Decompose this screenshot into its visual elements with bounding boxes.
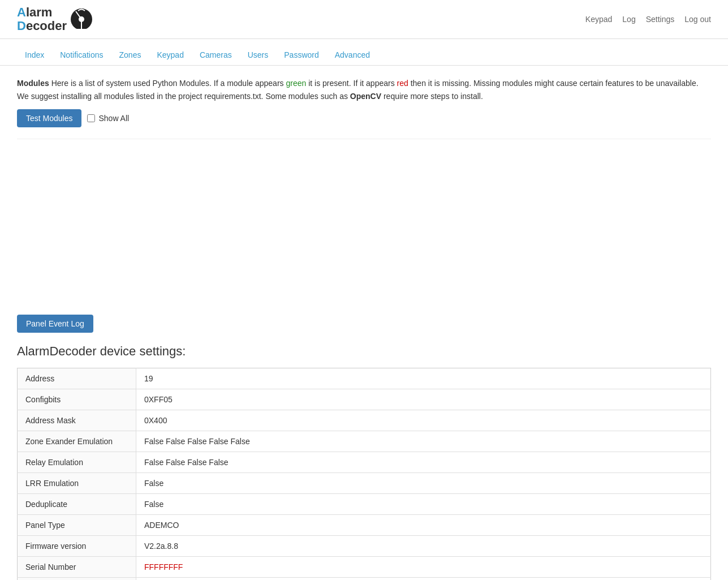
modules-description: Modules Here is a list of system used Py… (17, 77, 711, 102)
settings-value: 19 (136, 368, 711, 389)
settings-value: V2.2a.8.8 (136, 536, 711, 557)
modules-opencv: OpenCV (350, 92, 381, 101)
settings-label: Device Flags (18, 578, 136, 580)
nav-tabs: Index Notifications Zones Keypad Cameras… (0, 39, 728, 66)
header-nav: Keypad Log Settings Log out (585, 15, 711, 24)
settings-label: Address Mask (18, 410, 136, 431)
settings-label: Zone Exander Emulation (18, 431, 136, 452)
tab-cameras[interactable]: Cameras (192, 46, 240, 65)
settings-label: Deduplicate (18, 494, 136, 515)
table-row: Configbits0XFF05 (18, 389, 711, 410)
logo-larm: larm (26, 5, 52, 19)
table-row: Device FlagsTX;RX;SM;VZ;RF;ZX;RE;AU;3X;C… (18, 578, 711, 580)
table-row: DeduplicateFalse (18, 494, 711, 515)
show-all-label[interactable]: Show All (87, 114, 129, 123)
settings-value: False False False False False (136, 431, 711, 452)
settings-value: FFFFFFFF (136, 557, 711, 578)
settings-value: False (136, 494, 711, 515)
logo-a: A (17, 5, 26, 19)
table-row: Serial NumberFFFFFFFF (18, 557, 711, 578)
modules-controls: Test Modules Show All (17, 109, 711, 127)
settings-label: Address (18, 368, 136, 389)
logo-icon (70, 8, 93, 31)
header-settings-link[interactable]: Settings (646, 15, 675, 24)
modules-desc-pre: Here is a list of system used Python Mod… (49, 79, 286, 88)
device-settings-table: Address19Configbits0XFF05Address Mask0X4… (17, 368, 711, 580)
show-all-text: Show All (98, 114, 129, 123)
logo-d: D (17, 19, 26, 33)
settings-label: Relay Emulation (18, 452, 136, 473)
empty-area (17, 156, 711, 315)
panel-event-log-button[interactable]: Panel Event Log (17, 315, 93, 333)
settings-value: False (136, 473, 711, 494)
modules-heading: Modules (17, 79, 49, 88)
device-settings-title: AlarmDecoder device settings: (17, 344, 711, 359)
modules-green-text: green (286, 79, 306, 88)
tab-keypad[interactable]: Keypad (149, 46, 191, 65)
logo-ecoder: ecoder (26, 19, 67, 33)
modules-desc-mid: it is present. If it appears (306, 79, 397, 88)
modules-section: Modules Here is a list of system used Py… (17, 77, 711, 139)
header-logout-link[interactable]: Log out (684, 15, 711, 24)
logo-text: Alarm Decoder (17, 6, 67, 33)
settings-label: Panel Type (18, 515, 136, 536)
settings-value: 0X400 (136, 410, 711, 431)
modules-desc-end: require more steps to install. (381, 92, 483, 101)
table-row: Panel TypeADEMCO (18, 515, 711, 536)
table-row: Firmware versionV2.2a.8.8 (18, 536, 711, 557)
settings-label: Serial Number (18, 557, 136, 578)
tab-index[interactable]: Index (17, 46, 52, 65)
tab-zones[interactable]: Zones (111, 46, 149, 65)
settings-value: False False False False (136, 452, 711, 473)
tab-notifications[interactable]: Notifications (52, 46, 111, 65)
tab-users[interactable]: Users (240, 46, 277, 65)
settings-value: ADEMCO (136, 515, 711, 536)
header: Alarm Decoder Keypad Log Settings Log ou… (0, 0, 728, 39)
settings-label: Firmware version (18, 536, 136, 557)
table-row: Address Mask0X400 (18, 410, 711, 431)
main-content: Modules Here is a list of system used Py… (0, 66, 728, 580)
panel-event-section: Panel Event Log (17, 315, 711, 333)
table-row: LRR EmulationFalse (18, 473, 711, 494)
settings-label: Configbits (18, 389, 136, 410)
table-row: Zone Exander EmulationFalse False False … (18, 431, 711, 452)
show-all-checkbox[interactable] (87, 114, 95, 122)
tab-password[interactable]: Password (276, 46, 326, 65)
test-modules-button[interactable]: Test Modules (17, 109, 81, 127)
settings-value: 0XFF05 (136, 389, 711, 410)
header-log-link[interactable]: Log (622, 15, 635, 24)
settings-label: LRR Emulation (18, 473, 136, 494)
tab-advanced[interactable]: Advanced (327, 46, 378, 65)
logo: Alarm Decoder (17, 6, 93, 33)
header-keypad-link[interactable]: Keypad (585, 15, 612, 24)
modules-red-text: red (397, 79, 408, 88)
table-row: Address19 (18, 368, 711, 389)
table-row: Relay EmulationFalse False False False (18, 452, 711, 473)
settings-value: TX;RX;SM;VZ;RF;ZX;RE;AU;3X;CG;DD;MF;L2;K… (136, 578, 711, 580)
